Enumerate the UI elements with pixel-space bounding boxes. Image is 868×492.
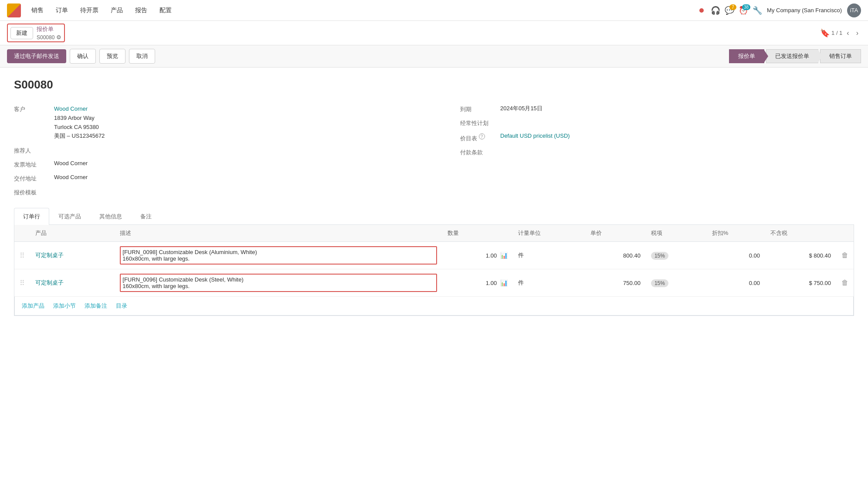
expiry-value[interactable]: 2024年05月15日 [500,105,542,112]
gear-icon[interactable]: ⚙ [56,34,61,41]
messages-icon[interactable]: 💬 7 [725,6,734,15]
description-line2-1: 160x80cm, with large legs. [122,255,434,262]
unit-cell-2[interactable]: 件 [513,269,585,297]
nav-products[interactable]: 产品 [105,5,128,16]
invoice-addr-label: 发票地址 [14,160,49,169]
nav-orders[interactable]: 订单 [51,5,73,16]
delivery-addr-row: 交付地址 Wood Corner [14,171,425,185]
action-bar: 通过电子邮件发送 确认 预览 取消 报价单 已发送报价单 销售订单 [0,45,868,68]
delete-icon-2[interactable]: 🗑 [841,279,848,286]
drag-handle-2[interactable]: ⠿ [14,269,30,297]
product-cell-1[interactable]: 可定制桌子 [30,242,115,269]
app-logo[interactable] [7,3,21,17]
order-lines-table-container: 产品 描述 数量 计量单位 单价 税项 折扣% 不含税 ⠿ 可定制桌子 [14,225,854,316]
customer-label: 客户 [14,105,49,113]
discount-cell-1[interactable]: 0.00 [707,242,765,269]
recurring-label: 经常性计划 [460,119,495,127]
alerts-icon[interactable]: ⏰ 38 [739,6,748,15]
tab-other-info[interactable]: 其他信息 [90,208,131,225]
pagination-controls: 🔖 1 / 1 ‹ › [820,28,861,38]
form-left-col: 客户 Wood Corner 1839 Arbor Way Turlock CA… [14,102,425,199]
headset-icon[interactable]: 🎧 [711,6,720,15]
drag-handle-1[interactable]: ⠿ [14,242,30,269]
quantity-cell-2[interactable]: 1.00 📊 [442,269,512,297]
product-cell-2[interactable]: 可定制桌子 [30,269,115,297]
catalog-link[interactable]: 目录 [116,302,127,310]
nav-pending-invoice[interactable]: 待开票 [75,5,104,16]
customer-address2: Turlock CA 95380 [54,123,105,132]
breadcrumb-title[interactable]: 报价单 [37,25,61,33]
expiry-row: 到期 2024年05月15日 [460,102,854,116]
table-row: ⠿ 可定制桌子 [FURN_0098] Customizable Desk (A… [14,242,854,269]
chart-icon-1[interactable]: 📊 [500,252,508,259]
table-footer: 添加产品 添加小节 添加备注 目录 [14,296,854,316]
nav-reports[interactable]: 报告 [130,5,153,16]
nav-sales[interactable]: 销售 [26,5,49,16]
company-name[interactable]: My Company (San Francisco) [767,7,842,14]
status-bar: 报价单 已发送报价单 销售订单 [729,49,861,63]
nav-config[interactable]: 配置 [154,5,177,16]
pricelist-help-icon[interactable]: ? [479,133,485,139]
th-tax: 税项 [646,225,707,242]
quote-template-label: 报价模板 [14,188,49,197]
th-subtotal: 不含税 [765,225,836,242]
status-step-sales-order[interactable]: 销售订单 [820,49,861,63]
form-right-col: 到期 2024年05月15日 经常性计划 价目表 ? Default USD p… [443,102,854,199]
pricelist-label: 价目表 ? [460,132,495,143]
user-avatar[interactable]: iTA [847,3,861,17]
tax-cell-2[interactable]: 15% [646,269,707,297]
tax-cell-1[interactable]: 15% [646,242,707,269]
customer-name[interactable]: Wood Corner [54,105,105,114]
bookmark-icon[interactable]: 🔖 [820,28,830,38]
delivery-addr-label: 交付地址 [14,174,49,183]
pricelist-row: 价目表 ? Default USD pricelist (USD) [460,130,854,145]
referrer-row: 推荐人 [14,143,425,157]
price-cell-2[interactable]: 750.00 [585,269,646,297]
unit-cell-1[interactable]: 件 [513,242,585,269]
add-section-link[interactable]: 添加小节 [53,302,76,310]
add-note-link[interactable]: 添加备注 [85,302,107,310]
settings-icon[interactable]: 🔧 [753,6,762,15]
tab-order-lines[interactable]: 订单行 [14,208,49,225]
tab-optional-products[interactable]: 可选产品 [49,208,90,225]
confirm-button[interactable]: 确认 [70,49,96,64]
description-cell-1[interactable]: [FURN_0098] Customizable Desk (Aluminium… [115,242,442,269]
th-unit: 计量单位 [513,225,585,242]
prev-button[interactable]: ‹ [844,28,851,38]
send-email-button[interactable]: 通过电子邮件发送 [7,49,66,63]
breadcrumb-bar: 新建 报价单 S00080 ⚙ 🔖 1 / 1 ‹ › [0,21,868,45]
tabs-bar: 订单行 可选产品 其他信息 备注 [14,208,854,225]
delivery-addr-value[interactable]: Wood Corner [54,174,88,180]
status-step-sent[interactable]: 已发送报价单 [766,49,818,63]
invoice-addr-value[interactable]: Wood Corner [54,160,88,166]
tab-notes[interactable]: 备注 [131,208,161,225]
recurring-row: 经常性计划 [460,116,854,130]
subtotal-cell-2: $ 750.00 [765,269,836,297]
messages-badge: 7 [729,4,736,10]
expiry-label: 到期 [460,105,495,113]
chart-icon-2[interactable]: 📊 [500,279,508,286]
pricelist-value[interactable]: Default USD pricelist (USD) [500,132,570,139]
quantity-cell-1[interactable]: 1.00 📊 [442,242,512,269]
delete-cell-2[interactable]: 🗑 [836,269,854,297]
price-cell-1[interactable]: 800.40 [585,242,646,269]
cancel-button[interactable]: 取消 [129,49,155,64]
customer-address3: 美国 – US12345672 [54,132,105,141]
delete-cell-1[interactable]: 🗑 [836,242,854,269]
preview-button[interactable]: 预览 [99,49,125,64]
description-cell-2[interactable]: [FURN_0096] Customizable Desk (Steel, Wh… [115,269,442,297]
add-product-link[interactable]: 添加产品 [22,302,44,310]
customer-value: Wood Corner 1839 Arbor Way Turlock CA 95… [54,105,105,141]
th-description: 描述 [115,225,442,242]
th-price: 单价 [585,225,646,242]
breadcrumb-subtitle: S00080 ⚙ [37,34,61,41]
next-button[interactable]: › [854,28,861,38]
new-button[interactable]: 新建 [10,27,33,39]
status-step-quote[interactable]: 报价单 [729,49,764,63]
status-dot [697,6,706,15]
breadcrumb-subtitle-text: S00080 [37,34,54,41]
delete-icon-1[interactable]: 🗑 [841,251,848,259]
payment-terms-label: 付款条款 [460,148,495,156]
customer-row: 客户 Wood Corner 1839 Arbor Way Turlock CA… [14,102,425,143]
discount-cell-2[interactable]: 0.00 [707,269,765,297]
